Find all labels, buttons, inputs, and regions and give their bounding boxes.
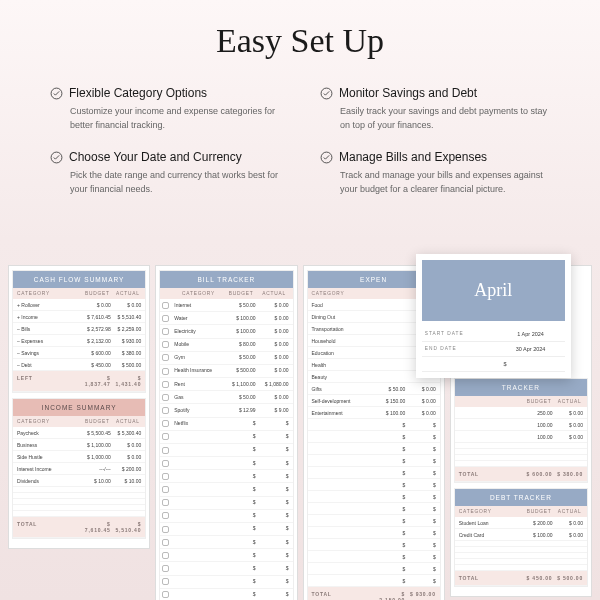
table-row: – Savings$ 600.00$ 380.00 <box>13 347 145 359</box>
table-row: Rent$ 1,100.00$ 1,080.00 <box>160 378 292 391</box>
col: BUDGET <box>524 509 555 514</box>
feature-item: Choose Your Date and Currency Pick the d… <box>50 150 280 196</box>
cell: $ <box>258 539 291 546</box>
table-row: $ $ <box>308 431 440 443</box>
feature-item: Monitor Savings and Debt Easily track yo… <box>320 86 550 132</box>
table-row: $ $ <box>160 497 292 510</box>
cashflow-card: CASH FLOW SUMMARY CATEGORY BUDGET ACTUAL… <box>12 270 146 393</box>
checkbox[interactable] <box>162 407 172 414</box>
table-row: $ $ <box>160 562 292 575</box>
checkbox[interactable] <box>162 512 172 519</box>
checkbox[interactable] <box>162 341 172 348</box>
cell: $ 0.00 <box>113 442 144 448</box>
checkbox[interactable] <box>162 460 172 467</box>
table-row: + Rollover$ 0.00$ 0.00 <box>13 299 145 311</box>
page-title: Easy Set Up <box>0 0 600 86</box>
checkbox[interactable] <box>162 473 172 480</box>
cell: TOTAL <box>457 575 524 581</box>
cell <box>310 506 377 512</box>
checkbox[interactable] <box>162 315 172 322</box>
rows: Internet$ 50.00$ 0.00Water$ 100.00$ 0.00… <box>160 299 292 600</box>
cell: $ 1,100.00 <box>225 381 258 388</box>
checkbox[interactable] <box>162 565 172 572</box>
cell: $ <box>258 433 291 440</box>
checkbox[interactable] <box>162 591 172 598</box>
popup-row: START DATE 1 Apr 2024 <box>422 327 565 342</box>
checkbox[interactable] <box>162 394 172 401</box>
cell: $ <box>377 506 408 512</box>
popup-currency[interactable]: $ <box>499 361 561 367</box>
checkbox[interactable] <box>162 302 172 309</box>
cell: $ <box>225 420 258 427</box>
cell: $ <box>407 506 438 512</box>
cell: $ 100.00 <box>377 410 408 416</box>
table-row: $ $ <box>308 455 440 467</box>
cell: $ 5,300.40 <box>113 430 144 436</box>
checkbox[interactable] <box>162 433 172 440</box>
cell: $ <box>258 512 291 519</box>
table-row: $ $ <box>308 443 440 455</box>
cell: $ 0.00 <box>258 302 291 309</box>
cell: $ <box>407 518 438 524</box>
table-row: Interest Income---/---$ 200.00 <box>13 463 145 475</box>
card-header: CASH FLOW SUMMARY <box>13 271 145 288</box>
checkbox[interactable] <box>162 354 172 361</box>
cell: $ <box>407 530 438 536</box>
cell: – Debt <box>15 362 82 368</box>
feature-title: Choose Your Date and Currency <box>69 150 242 164</box>
cell <box>310 542 377 548</box>
cell: $ 50.00 <box>225 394 258 401</box>
cell: $ <box>407 494 438 500</box>
cell: $ <box>377 518 408 524</box>
checkbox[interactable] <box>162 367 172 374</box>
col: ACTUAL <box>554 399 585 404</box>
checkbox[interactable] <box>162 328 172 335</box>
cell: Side Hustle <box>15 454 82 460</box>
cell <box>172 525 225 532</box>
cell: Household <box>310 338 377 344</box>
cell: $ 100.00 <box>225 328 258 335</box>
cell: $ 1,000.00 <box>82 454 113 460</box>
pane-savings-debt: April START DATE 1 Apr 2024 END DATE 30 … <box>450 265 592 597</box>
checkbox[interactable] <box>162 539 172 546</box>
table-row: Entertainment$ 100.00$ 0.00 <box>308 407 440 419</box>
feature-desc: Customize your income and expense catego… <box>50 105 280 132</box>
cell: $ <box>377 554 408 560</box>
cell: $ 1,100.00 <box>82 442 113 448</box>
cell: $ <box>377 446 408 452</box>
popup-value[interactable]: 30 Apr 2024 <box>499 346 561 352</box>
checkbox[interactable] <box>162 381 172 388</box>
cell: $ 80.00 <box>225 341 258 348</box>
checkbox[interactable] <box>162 552 172 559</box>
table-row: $ $ <box>160 510 292 523</box>
cell: $ 7,610.45 <box>82 314 113 320</box>
table-row: Internet$ 50.00$ 0.00 <box>160 299 292 312</box>
cell: Electricity <box>172 328 225 335</box>
card-header: TRACKER <box>455 379 587 396</box>
table-row: $ $ <box>160 589 292 600</box>
cell: Internet <box>172 302 225 309</box>
cell: $ 200.00 <box>524 520 555 526</box>
cell <box>172 512 225 519</box>
cell <box>377 338 408 344</box>
checkbox[interactable] <box>162 420 172 427</box>
cell: $ <box>377 434 408 440</box>
popup-row: END DATE 30 Apr 2024 <box>422 342 565 357</box>
checkbox[interactable] <box>162 525 172 532</box>
checkbox[interactable] <box>162 446 172 453</box>
checkbox[interactable] <box>162 578 172 585</box>
checkbox[interactable] <box>162 499 172 506</box>
cell: Student Loan <box>457 520 524 526</box>
popup-value[interactable]: 1 Apr 2024 <box>499 331 561 337</box>
checkbox[interactable] <box>162 486 172 493</box>
col: CATEGORY <box>310 291 377 296</box>
cell: $ 0.00 <box>113 454 144 460</box>
cell: TOTAL <box>15 521 82 533</box>
cell: $ 1,080.00 <box>258 381 291 388</box>
table-row: $ $ <box>160 444 292 457</box>
table-row: $ $ <box>308 575 440 587</box>
table-row: Mobile$ 80.00$ 0.00 <box>160 339 292 352</box>
cell: ---/--- <box>82 466 113 472</box>
cell <box>377 350 408 356</box>
col-headers: CATEGORY BUDGET ACTUAL <box>160 288 292 299</box>
